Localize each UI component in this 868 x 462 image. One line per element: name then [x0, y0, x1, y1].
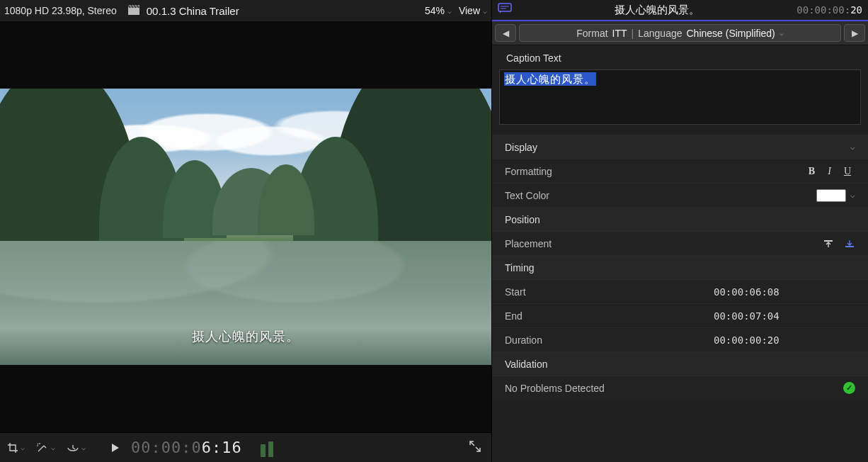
- duration-value[interactable]: 00:00:00:20: [714, 334, 855, 346]
- duration-label: Duration: [505, 334, 714, 346]
- caption-text-value: 摄人心魄的风景。: [504, 72, 596, 86]
- clapperboard-icon: [128, 5, 139, 17]
- chevron-down-icon: ⌵: [21, 444, 25, 451]
- chevron-down-icon: ⌵: [780, 29, 784, 37]
- view-select[interactable]: View ⌵: [459, 5, 487, 16]
- retime-tool[interactable]: ⌵: [67, 442, 86, 453]
- format-language-select[interactable]: Format ITT | Language Chinese (Simplifie…: [519, 24, 841, 42]
- language-value: Chinese (Simplified): [687, 28, 775, 39]
- effects-tool[interactable]: ⌵: [36, 442, 55, 453]
- caption-overlay: 摄人心魄的风景。: [0, 328, 491, 345]
- italic-button[interactable]: I: [828, 166, 831, 177]
- validation-message: No Problems Detected: [505, 383, 843, 394]
- text-color-label: Text Color: [505, 190, 816, 201]
- audio-meters: [261, 439, 275, 457]
- chevron-down-icon: ⌵: [850, 142, 855, 152]
- inspector-pane: 摄人心魄的风景。 00:00:00:20 ◀ Format ITT | Lang…: [492, 0, 868, 462]
- format-bar: ◀ Format ITT | Language Chinese (Simplif…: [492, 21, 868, 45]
- caption-text-label: Caption Text: [492, 45, 868, 69]
- start-value[interactable]: 00:00:06:08: [714, 286, 855, 298]
- validation-row: No Problems Detected ✓: [492, 376, 868, 400]
- inspector-titlebar: 摄人心魄的风景。 00:00:00:20: [492, 0, 868, 21]
- zoom-value: 54%: [425, 5, 445, 16]
- view-label: View: [459, 5, 480, 16]
- validation-label: Validation: [505, 359, 855, 370]
- duration-row: Duration 00:00:00:20: [492, 327, 868, 351]
- viewer-pane: 1080p HD 23.98p, Stereo 00.1.3 China Tra…: [0, 0, 492, 462]
- svg-rect-5: [824, 240, 833, 242]
- svg-rect-2: [498, 4, 511, 11]
- end-value[interactable]: 00:00:07:04: [714, 310, 855, 322]
- validation-header: Validation: [492, 351, 868, 376]
- display-label: Display: [505, 142, 846, 153]
- language-label: Language: [638, 28, 682, 39]
- fullscreen-icon[interactable]: [469, 440, 481, 455]
- caption-icon[interactable]: [498, 3, 512, 17]
- text-color-row: Text Color ⌵: [492, 183, 868, 207]
- zoom-select[interactable]: 54% ⌵: [425, 5, 452, 16]
- crop-tool[interactable]: ⌵: [7, 442, 25, 453]
- bold-button[interactable]: B: [809, 166, 815, 177]
- placement-top-icon[interactable]: [823, 239, 834, 249]
- format-info: 1080p HD 23.98p, Stereo: [4, 5, 117, 16]
- end-row: End 00:00:07:04: [492, 303, 868, 327]
- chevron-down-icon: ⌵: [51, 444, 55, 451]
- next-caption-button[interactable]: ▶: [844, 24, 865, 42]
- playhead-timecode[interactable]: 00:00:06:16: [131, 439, 242, 456]
- start-label: Start: [505, 286, 714, 298]
- underline-button[interactable]: U: [844, 166, 851, 177]
- position-header: Position: [492, 207, 868, 231]
- timecode-dim: 00:00:0: [131, 439, 202, 456]
- format-value: ITT: [612, 28, 627, 39]
- play-button[interactable]: [111, 443, 120, 453]
- inspector-title: 摄人心魄的风景。: [518, 4, 796, 17]
- timecode-bright: 6:16: [202, 439, 242, 456]
- timing-label: Timing: [505, 262, 855, 274]
- placement-row: Placement: [492, 231, 868, 255]
- placement-label: Placement: [505, 238, 823, 249]
- check-ok-icon: ✓: [843, 382, 855, 394]
- viewer-bottombar: ⌵ ⌵ ⌵ 00:00:06:16: [0, 432, 491, 462]
- inspector-tc-dim: 00:00:00:: [796, 4, 850, 16]
- text-color-swatch[interactable]: [816, 189, 846, 202]
- caption-text-input[interactable]: 摄人心魄的风景。: [499, 69, 861, 125]
- start-row: Start 00:00:06:08: [492, 279, 868, 303]
- position-label: Position: [505, 214, 855, 225]
- svg-rect-6: [845, 246, 854, 247]
- format-label: Format: [576, 28, 607, 39]
- chevron-down-icon: ⌵: [81, 444, 86, 451]
- svg-rect-0: [128, 8, 139, 15]
- video-frame: 摄人心魄的风景。: [0, 89, 491, 365]
- timing-header: Timing: [492, 255, 868, 279]
- formatting-row: Formatting B I U: [492, 159, 868, 183]
- inspector-duration: 00:00:00:20: [796, 4, 862, 16]
- clip-title: 00.1.3 China Trailer: [147, 5, 239, 17]
- placement-bottom-icon[interactable]: [844, 239, 855, 249]
- chevron-down-icon: ⌵: [483, 7, 487, 15]
- prev-caption-button[interactable]: ◀: [495, 24, 516, 42]
- end-label: End: [505, 310, 714, 322]
- chevron-down-icon: ⌵: [447, 7, 452, 15]
- display-header[interactable]: Display ⌵: [492, 135, 868, 159]
- formatting-label: Formatting: [505, 166, 809, 177]
- inspector-tc-bright: 20: [850, 4, 862, 16]
- chevron-down-icon[interactable]: ⌵: [850, 191, 855, 200]
- viewer-surface[interactable]: 摄人心魄的风景。: [0, 21, 491, 432]
- viewer-topbar: 1080p HD 23.98p, Stereo 00.1.3 China Tra…: [0, 0, 491, 21]
